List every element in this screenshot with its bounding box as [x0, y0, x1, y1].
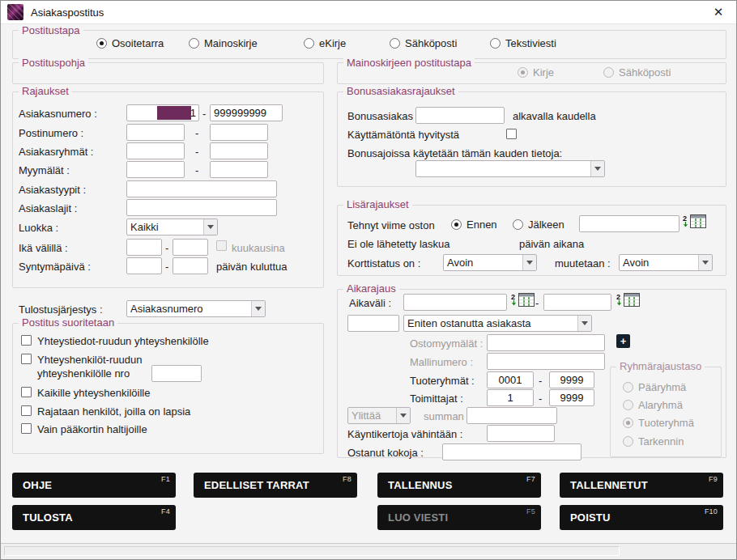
range-dash: - — [165, 242, 168, 254]
edelliset-tarrat-button[interactable]: EDELLISET TARRAT F8 — [194, 473, 357, 498]
radio-icon — [623, 382, 633, 392]
bonus-legend: Bonusasiakasrajaukset — [343, 85, 458, 97]
tuoteryhmat-from-input[interactable] — [487, 371, 534, 388]
tallennus-button[interactable]: TALLENNUS F7 — [377, 473, 541, 498]
hyvitys-checkbox[interactable] — [506, 129, 517, 139]
toimittajat-from-input[interactable] — [487, 389, 534, 406]
tuoteryhmat-label: Tuoteryhmät : — [410, 375, 475, 387]
poistu-button[interactable]: POISTU F10 — [560, 505, 723, 530]
postituspohja-legend: Postituspohja — [19, 57, 88, 69]
aikavali-to-input[interactable] — [543, 294, 611, 311]
radio-icon — [623, 418, 633, 428]
radio-ekirje[interactable]: eKirje — [304, 37, 346, 49]
radio-mainoskirje[interactable]: Mainoskirje — [189, 37, 258, 49]
kayntikertoja-input[interactable] — [487, 425, 555, 442]
muutetaan-select[interactable]: Avoin — [619, 254, 713, 271]
date-picker-icon[interactable]: 2 — [683, 214, 707, 231]
radio-kirje: Kirje — [518, 66, 554, 78]
radio-label: Tuoteryhmä — [638, 417, 694, 429]
tehnyt-oston-date-input[interactable] — [579, 215, 679, 232]
radio-ennen[interactable]: Ennen — [451, 218, 497, 231]
ylittaa-select[interactable]: Ylittää — [347, 407, 411, 424]
luokka-select[interactable]: Kaikki — [126, 218, 218, 235]
range-dash: - — [195, 127, 198, 139]
korttistatus-value: Avoin — [444, 257, 522, 269]
paakortin-checkbox[interactable] — [21, 423, 32, 434]
button-label: POISTU — [570, 511, 611, 524]
myymalat-to-input[interactable] — [210, 161, 268, 178]
ei-laskua-label: Ei ole lähetetty laskua — [347, 238, 449, 250]
ylittaa-value: Ylittää — [348, 409, 396, 422]
kaikille-checkbox[interactable] — [21, 387, 32, 397]
tulostusjarjestys-label: Tulostusjärjestys : — [19, 303, 103, 316]
radio-jalkeen[interactable]: Jälkeen — [513, 218, 564, 231]
ika-to-input[interactable] — [173, 239, 208, 256]
summan-label: summan — [424, 410, 464, 422]
radio-osoitetarra[interactable]: Osoitetarra — [96, 37, 164, 49]
radio-icon — [490, 38, 501, 49]
asiakasnumero-to-input[interactable] — [210, 104, 283, 121]
asiakaslajit-label: Asiakaslajit : — [19, 202, 77, 214]
ryhmataso-legend: Ryhmärajaustaso — [616, 360, 705, 372]
hyvitys-label: Käyttämätöntä hyvitystä — [347, 129, 459, 141]
syntymapaiva-from-input[interactable] — [126, 257, 162, 274]
bonuskausi-label: Bonusajoissa käytetään tämän kauden tiet… — [347, 147, 562, 159]
asiakasnumero-from-field[interactable] — [126, 104, 199, 121]
ostanut-kokoja-input[interactable] — [442, 443, 582, 460]
bonuskausi-select[interactable] — [415, 160, 605, 177]
tulostusjarjestys-select[interactable]: Asiakasnumero — [126, 300, 266, 317]
mallinumero-label: Mallinumero : — [410, 356, 473, 368]
date-picker-icon[interactable]: 2 — [616, 292, 641, 310]
button-fkey: F9 — [709, 475, 718, 483]
aikavali-from-input[interactable] — [403, 294, 507, 311]
syntymapaiva-label: Syntymäpäivä : — [19, 261, 91, 273]
ostomyymalat-input[interactable] — [487, 334, 605, 351]
asiakasryhmat-to-input[interactable] — [210, 142, 268, 159]
radio-tekstiviesti[interactable]: Tekstiviesti — [490, 37, 556, 49]
postinumero-to-input[interactable] — [210, 124, 268, 141]
tallennetut-button[interactable]: TALLENNETUT F9 — [560, 473, 723, 498]
range-dash: - — [202, 108, 206, 120]
ika-from-input[interactable] — [126, 239, 162, 256]
chevron-down-icon — [203, 219, 217, 235]
eniten-select[interactable]: Eniten ostanutta asiakasta — [403, 315, 592, 332]
rajataan-lapsia-checkbox[interactable] — [21, 405, 32, 416]
lisarajaukset-legend: Lisärajaukset — [343, 198, 412, 210]
radio-label: Pääryhmä — [638, 381, 686, 393]
ohje-button[interactable]: OHJE F1 — [12, 473, 176, 498]
radio-label: Sähköposti — [619, 66, 671, 78]
svg-text:2: 2 — [616, 293, 620, 301]
toimittajat-to-input[interactable] — [549, 389, 594, 406]
asiakaslajit-input[interactable] — [126, 199, 277, 216]
yhteyshenkilot-checkbox[interactable] — [21, 354, 32, 364]
yhteystiedot-checkbox[interactable] — [21, 335, 32, 346]
yhteyshenkilot-label2: yhteyshenkilölle nro — [37, 367, 130, 380]
bonusasiakas-input[interactable] — [415, 107, 505, 124]
radio-icon — [623, 436, 633, 447]
ostanut-kokoja-label: Ostanut kokoja : — [347, 447, 424, 459]
tuoteryhmat-to-input[interactable] — [549, 371, 594, 388]
myymalat-label: Myymälät : — [19, 164, 70, 176]
myymalat-from-input[interactable] — [126, 161, 185, 178]
summan-input[interactable] — [466, 407, 557, 424]
radio-label: Ennen — [466, 218, 497, 231]
radio-alaryhma: Alaryhmä — [623, 399, 683, 411]
radio-label: eKirje — [319, 37, 346, 49]
radio-sahkoposti[interactable]: Sähköposti — [390, 37, 457, 49]
asiakastyypit-input[interactable] — [126, 180, 277, 197]
korttistatus-select[interactable]: Avoin — [443, 254, 537, 271]
syntymapaiva-to-input[interactable] — [173, 257, 208, 274]
radio-icon — [304, 38, 314, 49]
asiakasryhmat-from-input[interactable] — [126, 142, 185, 159]
add-ostomyymala-button[interactable]: + — [616, 334, 630, 348]
eniten-count-input[interactable] — [347, 315, 399, 332]
close-icon[interactable]: ✕ — [707, 1, 730, 23]
radio-sahkoposti-mainos: Sähköposti — [603, 66, 671, 78]
tulosta-button[interactable]: TULOSTA F4 — [12, 505, 176, 530]
paivan-aikana-label: päivän aikana — [519, 238, 584, 250]
yhteyshenkilo-nro-input[interactable] — [151, 365, 202, 382]
date-picker-icon[interactable]: 2 — [511, 292, 535, 310]
mallinumero-input[interactable] — [487, 353, 605, 370]
postinumero-from-input[interactable] — [126, 124, 185, 141]
asiakasnumero-from-input[interactable] — [126, 104, 199, 121]
